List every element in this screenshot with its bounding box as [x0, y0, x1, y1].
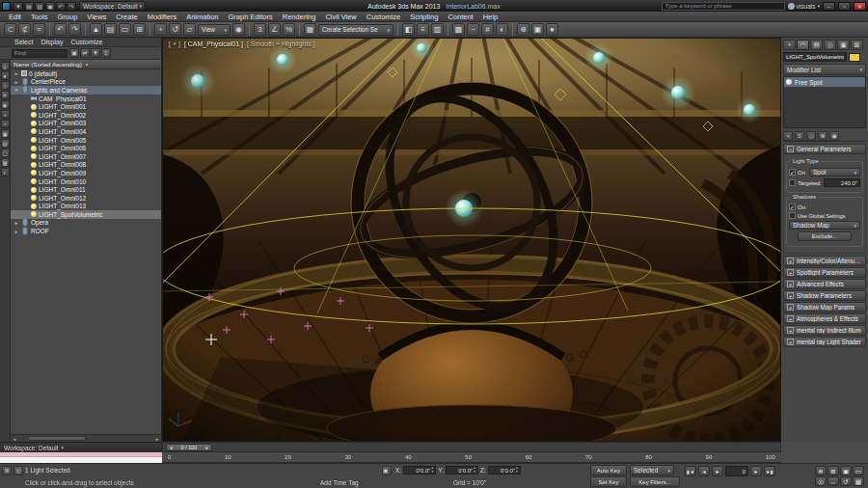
track-bar[interactable]: 0102030405060708090100	[162, 452, 781, 463]
close-button[interactable]: ✕	[854, 2, 866, 11]
select-by-name-icon[interactable]: ▤	[104, 23, 117, 36]
undo-icon[interactable]: ↶	[56, 2, 66, 11]
menu-modifiers[interactable]: Modifiers	[143, 12, 181, 21]
show-geometry-icon[interactable]: ●	[1, 71, 10, 80]
expand-arrow-icon[interactable]: ▸	[14, 220, 19, 226]
tree-row-light-omni004[interactable]: LIGHT_Omni004	[11, 127, 161, 136]
render-production-icon[interactable]: ●	[546, 23, 558, 36]
tab-create-icon[interactable]: +	[783, 40, 796, 50]
key-filters-button[interactable]: Key Filters...	[630, 476, 680, 487]
name-column-header[interactable]: Name (Sorted Ascending) ▲	[11, 60, 161, 69]
target-distance-field[interactable]: 240.0"	[824, 178, 860, 187]
tab-display-icon[interactable]: ▣	[837, 40, 850, 50]
redo-icon[interactable]: ↷	[67, 2, 76, 11]
viewport-pov-label[interactable]: [ CAM_Physical01 ]	[184, 41, 243, 47]
tree-row-opera[interactable]: ▸Opera	[11, 219, 161, 228]
coord-field-1[interactable]: 0'0.0"▴▾	[446, 466, 478, 474]
show-shapes-icon[interactable]: ◇	[1, 81, 10, 90]
explorer-menu-select[interactable]: Select	[12, 39, 36, 45]
rendered-frame-icon[interactable]: ▣	[531, 23, 544, 36]
isolate-selection-icon[interactable]: ◎	[14, 466, 23, 475]
rollout-atmospheres-effects[interactable]: +Atmospheres & Effects	[783, 313, 866, 324]
go-to-end-icon[interactable]: ►▮	[764, 466, 775, 476]
set-key-button[interactable]: Set Key	[590, 476, 627, 487]
selection-set-key-dropdown[interactable]: Selected▾	[630, 465, 674, 475]
pan-icon[interactable]: ↔	[827, 476, 839, 486]
remove-modifier-icon[interactable]: ⊗	[818, 131, 827, 141]
stack-item-free-spot[interactable]: Free Spot	[784, 77, 865, 87]
named-selection-sets-icon[interactable]: ▦	[304, 23, 316, 36]
rollout-mental-ray-light-shader[interactable]: +mental ray Light Shader	[783, 337, 866, 347]
previous-frame-icon[interactable]: ◄	[698, 466, 710, 476]
modifier-list-dropdown[interactable]: Modifier List ▾	[783, 64, 866, 75]
next-frame-icon[interactable]: ►	[750, 466, 762, 476]
tree-row-light-omni006[interactable]: LIGHT_Omni006	[11, 144, 161, 152]
tree-row-light-spotvolumetric[interactable]: LIGHT_SpotVolumetric	[11, 210, 161, 219]
render-setup-icon[interactable]: ⊕	[517, 23, 529, 36]
tab-utilities-icon[interactable]: ⊠	[851, 40, 863, 50]
show-cameras-icon[interactable]: ◉	[1, 100, 10, 109]
workspace-bar[interactable]: Workspace: Default ▾	[0, 442, 162, 452]
material-editor-icon[interactable]: ◐	[496, 23, 508, 36]
zoom-extents-icon[interactable]: ▣	[840, 466, 852, 475]
targeted-checkbox[interactable]	[789, 179, 796, 186]
tab-modify-icon[interactable]: ◠	[797, 40, 809, 50]
scroll-left-icon[interactable]: ◂	[11, 436, 18, 442]
zoom-icon[interactable]: ⊕	[815, 466, 827, 475]
tab-motion-icon[interactable]: ◎	[824, 40, 836, 50]
explorer-menu-display[interactable]: Display	[38, 39, 66, 45]
scroll-right-icon[interactable]: ▸	[153, 436, 161, 442]
show-xrefs-icon[interactable]: ▤	[1, 139, 10, 148]
show-groups-icon[interactable]: ▣	[1, 129, 10, 138]
menu-create[interactable]: Create	[111, 12, 143, 21]
tree-row-light-omni010[interactable]: LIGHT_Omni010	[11, 177, 161, 186]
menu-group[interactable]: Group	[52, 12, 82, 21]
tree-row-lights-and-cameras[interactable]: ▾Lights and Cameras	[11, 86, 161, 95]
show-containers-icon[interactable]: ▦	[1, 158, 10, 167]
redo-icon[interactable]: ↷	[68, 23, 81, 36]
show-spacewarps-icon[interactable]: ≈	[1, 120, 10, 128]
object-name-field[interactable]	[783, 52, 847, 62]
show-materials-icon[interactable]: ◐	[1, 168, 10, 176]
menu-civil-view[interactable]: Civil View	[320, 12, 361, 21]
tree-row-light-omni011[interactable]: LIGHT_Omni011	[11, 185, 161, 194]
minimize-button[interactable]: –	[823, 2, 835, 11]
orbit-icon[interactable]: ↺	[840, 476, 852, 486]
selection-set-dropdown[interactable]: Create Selection Se▾	[318, 24, 393, 36]
shadows-on-checkbox[interactable]	[789, 203, 796, 210]
spinner-icon[interactable]: ▴▾	[431, 467, 433, 474]
rollout-advanced-effects[interactable]: +Advanced Effects	[783, 279, 866, 289]
open-file-icon[interactable]: ▨	[35, 2, 44, 11]
spinner-icon[interactable]: ▴▾	[474, 467, 475, 474]
rectangular-region-icon[interactable]: ▭	[119, 23, 131, 36]
tree-row-cam-physical01[interactable]: CAM_Physical01	[11, 95, 161, 103]
time-slider[interactable]: ◄ 0 / 100 ►	[162, 442, 781, 452]
add-time-tag[interactable]: Add Time Tag	[320, 479, 359, 486]
schematic-view-icon[interactable]: #	[481, 23, 494, 36]
select-and-rotate-icon[interactable]: ↺	[169, 23, 181, 36]
app-menu-icon[interactable]: ▼	[14, 2, 23, 11]
expand-arrow-icon[interactable]: ▾	[14, 87, 19, 93]
tree-row-roof[interactable]: ▸ROOF	[11, 227, 161, 235]
menu-customize[interactable]: Customize	[362, 12, 405, 21]
reference-coordinate-dropdown[interactable]: View▾	[198, 24, 231, 36]
explorer-filter-icon[interactable]: ▼	[91, 48, 100, 58]
bind-to-spacewarp-icon[interactable]: ≈	[33, 23, 45, 36]
coord-field-2[interactable]: 0'0.0"▴▾	[488, 466, 521, 474]
light-type-dropdown[interactable]: Spot ▾	[809, 168, 860, 176]
menu-scripting[interactable]: Scripting	[405, 12, 443, 21]
maxscript-listener-icon[interactable]: ≣	[2, 466, 12, 475]
frame-forward-icon[interactable]: ►	[205, 446, 209, 450]
configure-modifier-sets-icon[interactable]: ◉	[829, 131, 839, 141]
pin-stack-icon[interactable]: ▪	[783, 131, 793, 141]
object-color-swatch[interactable]	[849, 53, 860, 62]
new-scene-icon[interactable]: ▤	[24, 2, 34, 11]
show-all-icon[interactable]: ◎	[1, 62, 10, 70]
modifier-bulb-icon[interactable]	[786, 79, 792, 85]
make-unique-icon[interactable]: ◇	[806, 131, 816, 141]
go-to-start-icon[interactable]: ▮◄	[685, 466, 696, 476]
zoom-all-icon[interactable]: ⊞	[827, 466, 839, 475]
menu-rendering[interactable]: Rendering	[278, 12, 321, 21]
explorer-h-scrollbar[interactable]: ◂ ▸	[11, 434, 161, 442]
lock-selection-icon[interactable]: ▣	[382, 466, 392, 475]
